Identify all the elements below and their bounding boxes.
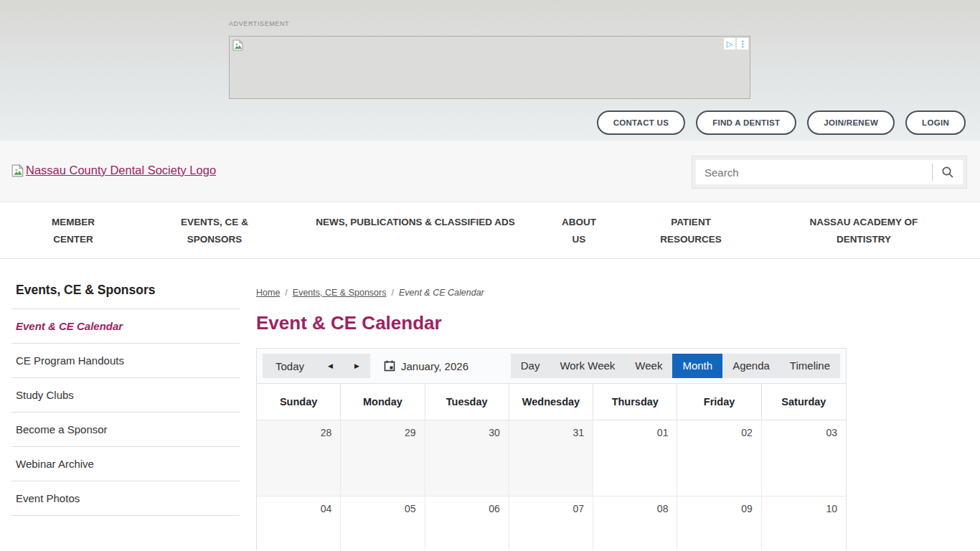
calendar-icon xyxy=(384,360,395,372)
calendar-day-cell[interactable]: 02 xyxy=(677,420,761,496)
day-number: 02 xyxy=(677,420,760,445)
dow-wednesday: Wednesday xyxy=(509,384,593,420)
day-number: 07 xyxy=(509,496,593,521)
calendar-current-month: January, 2026 xyxy=(401,360,468,372)
calendar-day-cell[interactable]: 09 xyxy=(677,496,761,550)
search-icon xyxy=(941,166,954,179)
main-nav: MEMBER CENTEREVENTS, CE & SPONSORSNEWS, … xyxy=(0,202,980,259)
dow-friday: Friday xyxy=(677,384,761,420)
day-number: 10 xyxy=(762,496,846,521)
breadcrumb-separator: / xyxy=(391,288,393,298)
broken-image-icon xyxy=(11,164,24,177)
content-area: Events, CE & Sponsors Event & CE Calenda… xyxy=(0,259,980,550)
page-title: Event & CE Calendar xyxy=(256,312,847,334)
day-number: 31 xyxy=(509,420,593,445)
calendar-day-cell[interactable]: 03 xyxy=(762,420,846,496)
header-button-login[interactable]: LOGIN xyxy=(905,110,966,135)
view-button-month[interactable]: Month xyxy=(672,354,722,378)
day-number: 29 xyxy=(341,420,424,445)
calendar-day-cell[interactable]: 08 xyxy=(593,496,677,550)
calendar-day-cell[interactable]: 07 xyxy=(509,496,593,550)
view-button-work-week[interactable]: Work Week xyxy=(550,354,625,378)
sidebar-title: Events, CE & Sponsors xyxy=(11,283,240,309)
header-button-contact-us[interactable]: CONTACT US xyxy=(597,110,686,135)
calendar-toolbar: Today ◀ ▶ January, xyxy=(257,349,846,384)
view-button-timeline[interactable]: Timeline xyxy=(780,354,840,378)
sidebar-item-become-a-sponsor[interactable]: Become a Sponsor xyxy=(11,413,240,447)
breadcrumb-separator: / xyxy=(285,288,287,298)
day-number: 09 xyxy=(677,496,760,521)
day-number: 01 xyxy=(593,420,677,445)
day-number: 05 xyxy=(341,496,424,521)
day-number: 04 xyxy=(257,496,340,521)
nav-item-nassau-academy-of-dentistry[interactable]: NASSAU ACADEMY OF DENTISTRY xyxy=(792,214,936,248)
calendar-week-row: 04050607080910 xyxy=(257,496,846,550)
sidebar-item-event-ce-calendar[interactable]: Event & CE Calendar xyxy=(11,309,240,344)
day-number: 30 xyxy=(425,420,509,445)
calendar-date-selector[interactable]: January, 2026 xyxy=(384,360,468,372)
calendar-day-cell[interactable]: 10 xyxy=(762,496,846,550)
calendar-day-cell[interactable]: 06 xyxy=(425,496,509,550)
calendar-day-cell[interactable]: 28 xyxy=(257,420,341,496)
day-number: 28 xyxy=(257,420,340,445)
hero-band: ADVERTISEMENT ▷ ⋮ CONTACT USFIND A DENTI… xyxy=(0,0,980,141)
ad-banner[interactable]: ▷ ⋮ xyxy=(229,36,750,99)
sidebar: Events, CE & Sponsors Event & CE Calenda… xyxy=(11,283,240,516)
sidebar-item-ce-program-handouts[interactable]: CE Program Handouts xyxy=(11,344,240,378)
view-button-week[interactable]: Week xyxy=(625,354,672,378)
breadcrumb-home[interactable]: Home xyxy=(256,288,280,298)
header-cta-row: CONTACT USFIND A DENTISTJOIN/RENEWLOGIN xyxy=(597,110,966,135)
dow-tuesday: Tuesday xyxy=(425,384,509,420)
nav-item-member-center[interactable]: MEMBER CENTER xyxy=(37,214,109,248)
main-panel: Home/Events, CE & Sponsors/Event & CE Ca… xyxy=(256,288,847,550)
calendar-view-switcher: DayWork WeekWeekMonthAgendaTimeline xyxy=(511,354,840,378)
today-button[interactable]: Today xyxy=(263,360,317,372)
breadcrumb: Home/Events, CE & Sponsors/Event & CE Ca… xyxy=(256,288,847,298)
search-input[interactable] xyxy=(696,166,932,179)
adchoices-icon[interactable]: ▷ xyxy=(724,38,735,50)
broken-image-icon xyxy=(232,39,244,51)
search-button[interactable] xyxy=(933,160,963,184)
view-button-day[interactable]: Day xyxy=(511,354,550,378)
calendar-day-cell[interactable]: 31 xyxy=(509,420,593,496)
breadcrumb-events-ce-sponsors[interactable]: Events, CE & Sponsors xyxy=(293,288,387,298)
ad-menu-icon[interactable]: ⋮ xyxy=(737,38,748,50)
nav-item-events-ce-sponsors[interactable]: EVENTS, CE & SPONSORS xyxy=(168,214,261,248)
calendar-day-cell[interactable]: 05 xyxy=(341,496,425,550)
calendar-week-row: 28293031010203 xyxy=(257,420,846,496)
sidebar-item-study-clubs[interactable]: Study Clubs xyxy=(11,378,240,413)
next-month-icon[interactable]: ▶ xyxy=(344,362,370,369)
day-number: 03 xyxy=(762,420,846,445)
nav-item-about-us[interactable]: ABOUT US xyxy=(554,214,604,248)
day-number: 08 xyxy=(593,496,677,521)
site-logo-link[interactable]: Nassau County Dental Society Logo xyxy=(11,164,216,177)
advertisement-label: ADVERTISEMENT xyxy=(229,20,289,27)
day-number: 06 xyxy=(425,496,509,521)
header-button-join-renew[interactable]: JOIN/RENEW xyxy=(807,110,895,135)
calendar-day-cell[interactable]: 29 xyxy=(341,420,425,496)
dow-thursday: Thursday xyxy=(593,384,677,420)
nav-item-patient-resources[interactable]: PATIENT RESOURCES xyxy=(648,214,734,248)
search-box xyxy=(692,156,967,189)
event-calendar: Today ◀ ▶ January, xyxy=(256,348,847,550)
calendar-day-cell[interactable]: 30 xyxy=(425,420,509,496)
sidebar-item-webinar-archive[interactable]: Webinar Archive xyxy=(11,447,240,481)
nav-item-news-publications-classified-ads[interactable]: NEWS, PUBLICATIONS & CLASSIFIED ADS xyxy=(308,214,523,231)
site-logo-alt-text: Nassau County Dental Society Logo xyxy=(26,164,216,177)
prev-month-icon[interactable]: ◀ xyxy=(317,362,344,369)
dow-saturday: Saturday xyxy=(762,384,846,420)
dow-sunday: Sunday xyxy=(257,384,341,420)
day-of-week-header: SundayMondayTuesdayWednesdayThursdayFrid… xyxy=(257,384,846,420)
calendar-day-cell[interactable]: 04 xyxy=(257,496,341,550)
sidebar-item-event-photos[interactable]: Event Photos xyxy=(11,481,240,516)
logo-band: Nassau County Dental Society Logo xyxy=(0,141,980,202)
dow-monday: Monday xyxy=(341,384,425,420)
header-button-find-a-dentist[interactable]: FIND A DENTIST xyxy=(696,110,796,135)
calendar-day-cell[interactable]: 01 xyxy=(593,420,677,496)
view-button-agenda[interactable]: Agenda xyxy=(722,354,780,378)
breadcrumb-event-ce-calendar: Event & CE Calendar xyxy=(399,288,484,298)
